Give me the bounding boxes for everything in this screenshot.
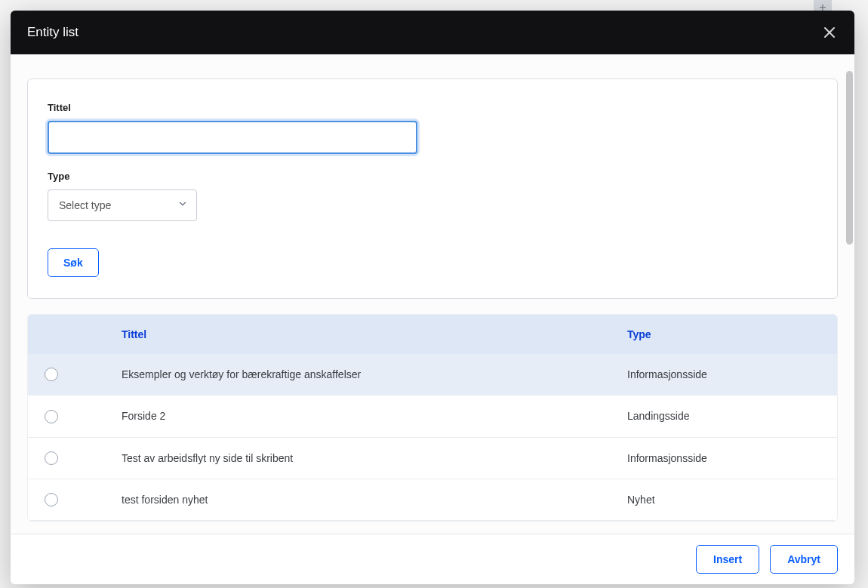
type-select-wrap: Select type	[48, 189, 197, 221]
cancel-button[interactable]: Avbryt	[770, 545, 838, 574]
title-field-group: Tittel	[48, 102, 817, 154]
modal-footer: Insert Avbryt	[11, 534, 854, 584]
type-field-group: Type Select type	[48, 171, 817, 221]
modal-body: Tittel Type Select type Søk	[11, 54, 854, 534]
title-label: Tittel	[48, 102, 817, 113]
row-title: Test av arbeidsflyt ny side til skribent	[111, 437, 617, 479]
row-radio[interactable]	[45, 368, 58, 381]
scrollbar-thumb[interactable]	[846, 71, 853, 245]
table-row[interactable]: Eksempler og verktøy for bærekraftige an…	[28, 354, 837, 396]
insert-button[interactable]: Insert	[696, 545, 759, 574]
modal-header: Entity list	[11, 11, 854, 54]
search-button[interactable]: Søk	[48, 248, 99, 277]
row-radio[interactable]	[45, 410, 58, 423]
row-type: Nyhet	[617, 479, 837, 520]
row-type: Informasjonsside	[617, 354, 837, 396]
table-row[interactable]: test forsiden nyhet Nyhet	[28, 479, 837, 520]
table-row[interactable]: Test av arbeidsflyt ny side til skribent…	[28, 437, 837, 479]
modal-title: Entity list	[27, 25, 78, 40]
row-title: Eksempler og verktøy for bærekraftige an…	[111, 354, 617, 396]
entity-list-modal: Entity list Tittel Type Select type	[11, 11, 854, 584]
title-input[interactable]	[48, 121, 417, 154]
row-radio[interactable]	[45, 451, 58, 465]
table-header-title: Tittel	[111, 315, 617, 354]
table-header-row: Tittel Type	[28, 315, 837, 354]
type-select[interactable]: Select type	[48, 189, 197, 221]
row-radio[interactable]	[45, 493, 58, 506]
table-header-type: Type	[617, 315, 837, 354]
filter-card: Tittel Type Select type Søk	[27, 79, 838, 299]
table-header-radio	[28, 315, 111, 354]
row-type: Landingsside	[617, 396, 837, 437]
table-row[interactable]: Forside 2 Landingsside	[28, 396, 837, 437]
type-label: Type	[48, 171, 817, 182]
row-title: test forsiden nyhet	[111, 479, 617, 520]
results-card: Tittel Type Eksempler og verktøy for bær…	[27, 314, 838, 522]
close-icon[interactable]	[821, 24, 838, 41]
row-title: Forside 2	[111, 396, 617, 437]
results-table: Tittel Type Eksempler og verktøy for bær…	[28, 315, 837, 521]
row-type: Informasjonsside	[617, 437, 837, 479]
